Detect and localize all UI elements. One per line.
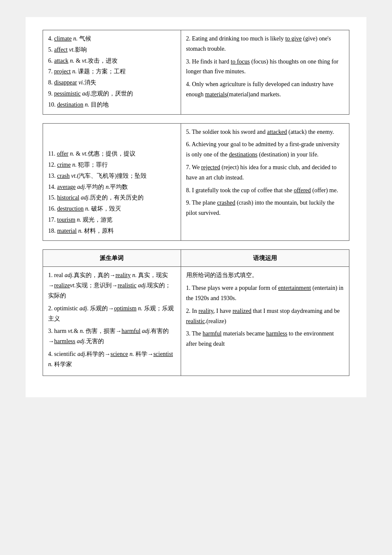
table1: 4. climate n. 气候 5. affect vt.影响 6. atta… (43, 30, 349, 115)
word-5: 5. affect vt.影响 (48, 45, 176, 55)
table2-right: 5. The soldier took his sword and attack… (181, 123, 349, 240)
table1-right: 2. Eating and drinking too much is likel… (181, 30, 349, 115)
word-9: 9. pessimistic adj.悲观的，厌世的 (48, 89, 176, 99)
sentence-6: 6. Achieving your goal to be admitted by… (186, 139, 344, 160)
word-14: 14. average adj.平均的 n.平均数 (48, 182, 176, 192)
derivative-1: 1. real adj.真实的，真的→reality n. 真实，现实→real… (48, 270, 176, 301)
word-8: 8. disappear vi.消失 (48, 78, 176, 88)
context-3: 3. The harmful materials became harmless… (186, 329, 344, 349)
sentence-7: 7. We rejected (reject) his idea for a m… (186, 162, 344, 183)
word-18: 18. material n. 材料，原料 (48, 226, 176, 236)
table1-left: 4. climate n. 气候 5. affect vt.影响 6. atta… (43, 30, 181, 115)
word-spacer1 (48, 127, 176, 137)
derivative-3: 3. harm vt.& n. 伤害，损害→harmful adj.有害的→ha… (48, 326, 176, 347)
table2-left: 11. offer n. & vt.优惠；提供，提议 12. crime n. … (43, 123, 181, 240)
sentence-2: 2. Eating and drinking too much is likel… (186, 34, 344, 54)
table3-left: 1. real adj.真实的，真的→reality n. 真实，现实→real… (43, 267, 181, 376)
word-4: 4. climate n. 气候 (48, 34, 176, 44)
word-11: 11. offer n. & vt.优惠；提供，提议 (48, 149, 176, 159)
context-2: 2. In reality, I have realized that I mu… (186, 306, 344, 327)
page: 4. climate n. 气候 5. affect vt.影响 6. atta… (26, 17, 366, 397)
sentence-8: 8. I gratefully took the cup of coffee t… (186, 185, 344, 196)
word-12: 12. crime n. 犯罪；罪行 (48, 160, 176, 170)
word-16: 16. destruction n. 破坏，毁灭 (48, 204, 176, 214)
table-row: 11. offer n. & vt.优惠；提供，提议 12. crime n. … (43, 123, 349, 240)
header-left: 派生单词 (43, 249, 181, 267)
sentence-3: 3. He finds it hard to focus (focus) his… (186, 57, 344, 77)
word-17: 17. tourism n. 观光，游览 (48, 215, 176, 225)
word-spacer2 (48, 138, 176, 148)
table3: 派生单词 语境运用 1. real adj.真实的，真的→reality n. … (43, 249, 349, 376)
word-13: 13. crash vt.(汽车、飞机等)撞毁；坠毁 (48, 171, 176, 181)
table3-wrapper: 派生单词 语境运用 1. real adj.真实的，真的→reality n. … (43, 249, 349, 376)
table1-wrapper: 4. climate n. 气候 5. affect vt.影响 6. atta… (43, 30, 349, 115)
derivative-4: 4. scientific adj.科学的→science n. 科学→scie… (48, 349, 176, 370)
sentence-4: 4. Only when agriculture is fully develo… (186, 79, 344, 100)
context-instruction: 用所给词的适当形式填空。 (186, 270, 344, 280)
table-row: 4. climate n. 气候 5. affect vt.影响 6. atta… (43, 30, 349, 115)
table3-right: 用所给词的适当形式填空。 1. These plays were a popul… (181, 267, 349, 376)
sentence-9: 9. The plane crashed (crash) into the mo… (186, 198, 344, 218)
derivative-2: 2. optimistic adj. 乐观的→optimism n. 乐观；乐观… (48, 304, 176, 324)
word-15: 15. historical adj.历史的，有关历史的 (48, 193, 176, 203)
header-right: 语境运用 (181, 249, 349, 267)
word-10: 10. destination n. 目的地 (48, 100, 176, 110)
table-row: 1. real adj.真实的，真的→reality n. 真实，现实→real… (43, 267, 349, 376)
context-1: 1. These plays were a popular form of en… (186, 283, 344, 304)
table2-wrapper: 11. offer n. & vt.优惠；提供，提议 12. crime n. … (43, 123, 349, 241)
sentence-5: 5. The soldier took his sword and attack… (186, 127, 344, 137)
word-6: 6. attack n. & vt.攻击，进攻 (48, 56, 176, 66)
table2: 11. offer n. & vt.优惠；提供，提议 12. crime n. … (43, 123, 349, 241)
word-7: 7. project n. 课题；方案；工程 (48, 66, 176, 77)
table3-header: 派生单词 语境运用 (43, 249, 349, 267)
